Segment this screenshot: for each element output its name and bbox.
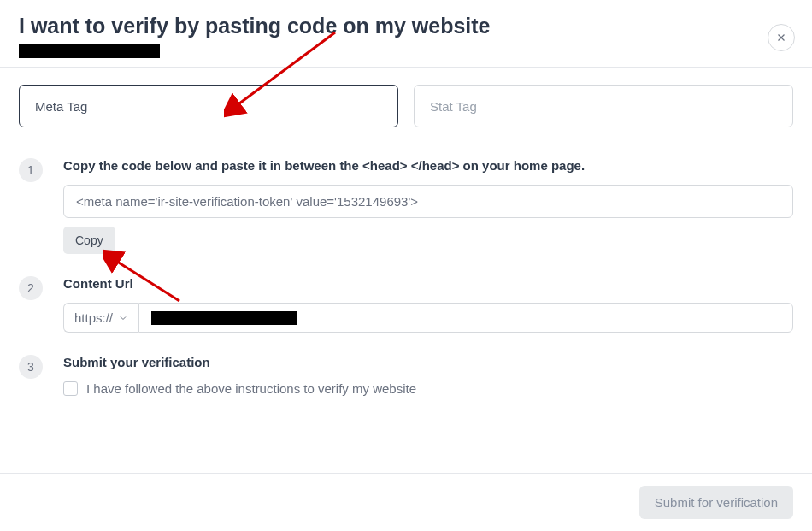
confirm-checkbox-label: I have followed the above instructions t…: [86, 381, 416, 396]
redacted-url: [151, 311, 297, 325]
redacted-subtitle: [19, 44, 160, 58]
confirm-checkbox[interactable]: [63, 381, 78, 396]
step-2-label: Content Url: [63, 276, 793, 291]
step-2-number: 2: [19, 276, 43, 300]
modal-footer: Submit for verification: [0, 473, 812, 531]
tab-stat-tag[interactable]: Stat Tag: [414, 85, 793, 127]
step-1-label: Copy the code below and paste it in betw…: [63, 158, 793, 173]
step-1-number: 1: [19, 158, 43, 182]
submit-verification-button[interactable]: Submit for verification: [639, 486, 793, 519]
tab-group: Meta Tag Stat Tag: [19, 85, 793, 127]
verification-modal: I want to verify by pasting code on my w…: [0, 0, 812, 531]
step-1: 1 Copy the code below and paste it in be…: [19, 158, 793, 254]
close-icon: [775, 32, 787, 44]
step-1-content: Copy the code below and paste it in betw…: [63, 158, 793, 254]
modal-title: I want to verify by pasting code on my w…: [19, 14, 793, 38]
tab-meta-tag[interactable]: Meta Tag: [19, 85, 398, 127]
step-3-label: Submit your verification: [63, 355, 793, 369]
confirm-row: I have followed the above instructions t…: [63, 381, 793, 396]
content-url-input[interactable]: [138, 303, 793, 333]
protocol-value: https://: [74, 310, 113, 325]
step-3: 3 Submit your verification I have follow…: [19, 355, 793, 396]
step-3-number: 3: [19, 355, 43, 379]
copy-button[interactable]: Copy: [63, 227, 115, 254]
step-2-content: Content Url https://: [63, 276, 793, 333]
step-2: 2 Content Url https://: [19, 276, 793, 333]
step-3-content: Submit your verification I have followed…: [63, 355, 793, 396]
modal-body: Meta Tag Stat Tag 1 Copy the code below …: [0, 68, 812, 396]
close-button[interactable]: [768, 24, 795, 51]
chevron-down-icon: [118, 313, 128, 323]
url-input-row: https://: [63, 303, 793, 333]
verification-code-box[interactable]: <meta name='ir-site-verification-token' …: [63, 185, 793, 218]
protocol-select[interactable]: https://: [63, 303, 138, 333]
modal-header: I want to verify by pasting code on my w…: [0, 0, 812, 68]
